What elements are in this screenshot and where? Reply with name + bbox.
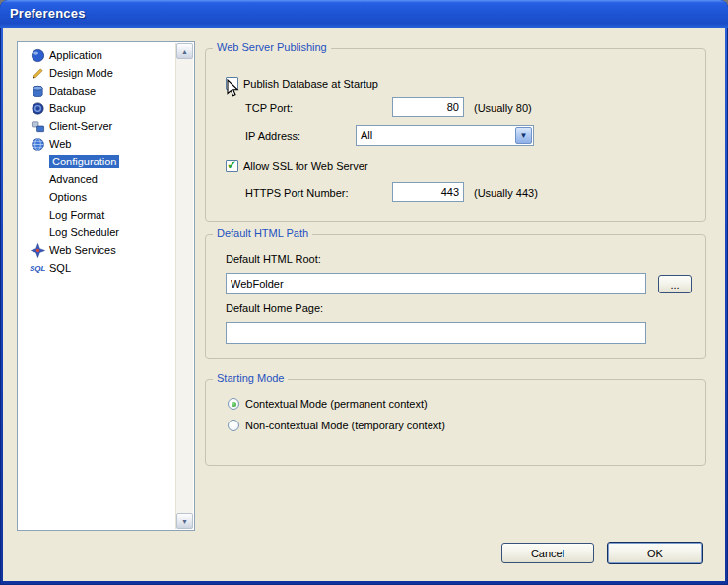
sidebar-item-label: Database — [49, 85, 96, 97]
sidebar-item-label: Options — [49, 191, 87, 203]
radio-dot — [232, 402, 236, 407]
ip-address-dropdown[interactable]: All ▼ — [356, 125, 534, 146]
ok-button[interactable]: OK — [607, 542, 703, 564]
no-icon-spacer — [30, 172, 45, 187]
non-contextual-mode-radio[interactable] — [228, 420, 239, 431]
database-icon — [30, 84, 45, 98]
backup-icon — [30, 101, 45, 116]
sidebar-item-design-mode[interactable]: Design Mode — [18, 64, 176, 82]
check-icon: ✓ — [227, 161, 237, 170]
home-page-input[interactable] — [226, 322, 646, 344]
browse-button[interactable]: ... — [658, 275, 692, 293]
sidebar-item-label-selected: Configuration — [49, 155, 119, 168]
no-icon-spacer — [30, 155, 45, 169]
sidebar-item-label: Web Services — [49, 244, 116, 256]
sidebar-item-label: Log Format — [49, 209, 104, 221]
preferences-nav-list: Application Design Mode Database — [17, 41, 195, 531]
https-port-input[interactable] — [392, 182, 464, 202]
sql-icon: SQL — [30, 261, 45, 276]
group-web-server-publishing: Web Server Publishing Publish Database a… — [205, 48, 706, 222]
group-title: Web Server Publishing — [213, 41, 331, 53]
ip-address-label: IP Address: — [245, 130, 300, 142]
contextual-mode-radio[interactable] — [228, 398, 239, 410]
sidebar-item-options[interactable]: Options — [18, 188, 176, 206]
sidebar-item-advanced[interactable]: Advanced — [18, 170, 176, 188]
sidebar-item-configuration[interactable]: Configuration — [18, 153, 176, 170]
group-title: Starting Mode — [213, 372, 288, 384]
web-services-icon — [30, 243, 45, 258]
html-root-label: Default HTML Root: — [226, 253, 321, 265]
svg-text:SQL: SQL — [30, 264, 45, 273]
allow-ssl-checkbox[interactable]: ✓ — [226, 160, 238, 172]
preferences-window: Preferences Application Design Mode — [0, 0, 728, 585]
sidebar-item-label: Client-Server — [49, 120, 112, 132]
home-page-label: Default Home Page: — [226, 302, 323, 314]
publish-database-label: Publish Database at Startup — [243, 78, 378, 90]
tcp-port-input[interactable] — [392, 98, 464, 117]
window-title: Preferences — [10, 6, 86, 21]
scroll-up-icon: ▲ — [181, 48, 188, 55]
scroll-down-icon: ▼ — [181, 518, 188, 525]
sidebar-item-log-scheduler[interactable]: Log Scheduler — [18, 224, 176, 241]
sidebar-item-database[interactable]: Database — [18, 82, 176, 99]
https-port-label: HTTPS Port Number: — [245, 187, 349, 199]
sidebar-item-label: SQL — [49, 262, 71, 274]
sidebar-item-sql[interactable]: SQL SQL — [18, 259, 176, 277]
dropdown-arrow-button[interactable]: ▼ — [515, 127, 532, 144]
sidebar-item-application[interactable]: Application — [18, 46, 176, 64]
no-icon-spacer — [30, 190, 45, 205]
group-default-html-path: Default HTML Path Default HTML Root: ...… — [205, 234, 706, 359]
design-mode-icon — [30, 66, 45, 81]
nav-list-items: Application Design Mode Database — [18, 42, 176, 530]
non-contextual-mode-label: Non-contextual Mode (temporary context) — [245, 420, 445, 431]
web-globe-icon — [30, 137, 45, 152]
https-port-hint: (Usually 443) — [474, 187, 538, 199]
tcp-port-label: TCP Port: — [245, 102, 293, 114]
no-icon-spacer — [30, 208, 45, 223]
dialog-body: Application Design Mode Database — [3, 28, 725, 581]
html-root-input[interactable] — [226, 273, 646, 294]
sidebar-item-label: Web — [49, 138, 71, 150]
sidebar-item-client-server[interactable]: Client-Server — [18, 117, 176, 135]
sidebar-item-web[interactable]: Web — [18, 135, 176, 153]
scroll-down-button[interactable]: ▼ — [176, 513, 193, 529]
contextual-mode-label: Contextual Mode (permanent context) — [245, 398, 428, 410]
mouse-cursor-icon — [227, 79, 240, 100]
group-title: Default HTML Path — [213, 228, 312, 239]
chevron-down-icon: ▼ — [520, 131, 528, 140]
group-starting-mode: Starting Mode Contextual Mode (permanent… — [205, 379, 706, 466]
sidebar-item-web-services[interactable]: Web Services — [18, 241, 176, 259]
sidebar-item-log-format[interactable]: Log Format — [18, 206, 176, 224]
title-bar: Preferences — [0, 0, 728, 28]
sidebar-item-label: Backup — [49, 102, 86, 114]
ip-address-value: All — [361, 129, 372, 141]
sidebar-item-backup[interactable]: Backup — [18, 99, 176, 117]
sidebar-item-label: Log Scheduler — [49, 227, 119, 238]
tcp-port-hint: (Usually 80) — [474, 102, 532, 114]
application-icon — [30, 48, 45, 63]
scroll-up-button[interactable]: ▲ — [176, 43, 193, 59]
nav-list-scrollbar[interactable]: ▲ ▼ — [175, 43, 193, 529]
no-icon-spacer — [30, 226, 45, 240]
sidebar-item-label: Design Mode — [49, 67, 113, 79]
sidebar-item-label: Advanced — [49, 173, 98, 185]
sidebar-item-label: Application — [49, 49, 102, 61]
allow-ssl-label: Allow SSL for Web Server — [243, 161, 368, 172]
cancel-button[interactable]: Cancel — [501, 543, 594, 563]
client-server-icon — [30, 119, 45, 134]
